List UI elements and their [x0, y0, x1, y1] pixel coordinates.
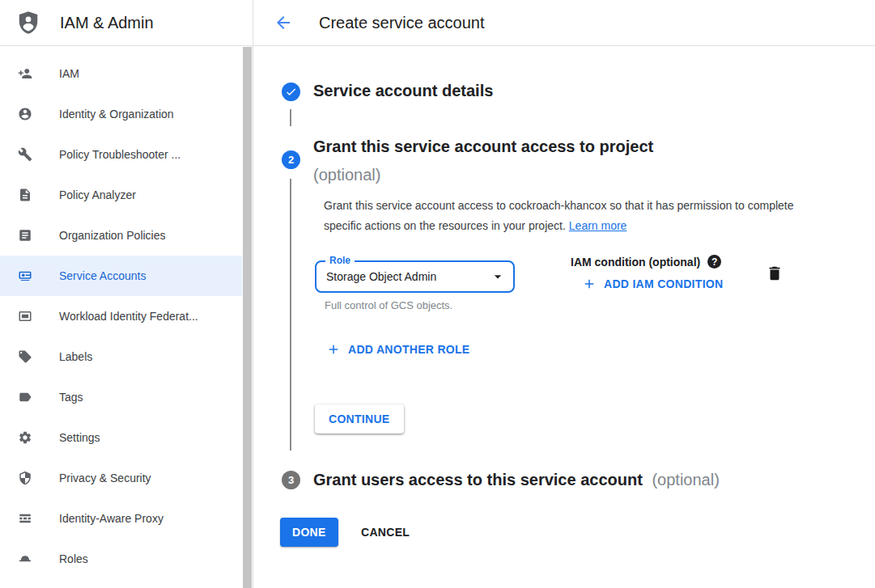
sidebar-item-workload-identity-federation[interactable]: Workload Identity Federat...	[0, 296, 242, 336]
sidebar-item-identity-organization[interactable]: Identity & Organization	[0, 94, 242, 134]
article-icon	[18, 228, 32, 243]
account-circle-icon	[18, 107, 32, 121]
back-arrow-icon[interactable]	[273, 12, 294, 33]
step2-description: Grant this service account access to coc…	[324, 196, 800, 236]
sidebar-item-label: IAM	[59, 67, 79, 80]
app-header: IAM & Admin Create service account	[0, 0, 875, 46]
sidebar-item-label: Workload Identity Federat...	[59, 310, 198, 323]
iam-condition-label: IAM condition (optional)	[571, 256, 700, 269]
label-tag-icon	[18, 349, 32, 364]
step3-number-badge: 3	[282, 471, 300, 489]
person-add-icon	[18, 66, 32, 81]
iam-condition-header: IAM condition (optional) ?	[571, 255, 721, 269]
add-another-role-button[interactable]: ADD ANOTHER ROLE	[326, 342, 470, 357]
sidebar-item-tags[interactable]: Tags	[0, 377, 242, 417]
document-icon	[18, 188, 32, 202]
sidebar-nav: IAM Identity & Organization Policy Troub…	[0, 46, 253, 588]
sidebar-item-service-accounts[interactable]: Service Accounts	[0, 256, 242, 296]
sidebar-item-label: Roles	[59, 552, 88, 565]
sidebar-item-label: Organization Policies	[59, 229, 166, 242]
wrench-icon	[18, 147, 32, 162]
service-account-badge-icon	[18, 269, 32, 283]
sidebar-item-iam[interactable]: IAM	[0, 53, 242, 94]
proxy-stripes-icon	[18, 511, 32, 526]
cancel-button[interactable]: CANCEL	[355, 518, 416, 547]
plus-icon	[326, 342, 341, 357]
sidebar-item-label: Settings	[59, 431, 100, 444]
sidebar-item-organization-policies[interactable]: Organization Policies	[0, 215, 242, 256]
step2-number: 2	[288, 154, 294, 166]
header-page-area: Create service account	[253, 0, 485, 45]
help-icon[interactable]: ?	[707, 255, 721, 269]
sidebar-item-label: Identity-Aware Proxy	[59, 512, 164, 525]
create-service-account-page: IAM & Admin Create service account IAM I…	[0, 0, 875, 588]
shield-half-icon	[18, 471, 32, 485]
step1-completed-check-icon	[282, 82, 300, 101]
sidebar-item-label: Privacy & Security	[59, 472, 151, 484]
step3-number: 3	[288, 474, 294, 486]
trash-icon[interactable]	[766, 264, 784, 282]
product-title: IAM & Admin	[60, 14, 154, 32]
sidebar-item-identity-aware-proxy[interactable]: Identity-Aware Proxy	[0, 498, 242, 539]
card-icon	[18, 309, 32, 324]
hat-icon	[18, 552, 32, 566]
sidebar-item-labels[interactable]: Labels	[0, 336, 242, 377]
role-select[interactable]: Role Storage Object Admin	[315, 260, 515, 293]
continue-button[interactable]: CONTINUE	[315, 404, 404, 434]
sidebar-item-policy-analyzer[interactable]: Policy Analyzer	[0, 175, 242, 215]
sidebar-item-roles[interactable]: Roles	[0, 539, 242, 579]
sidebar-item-label: Tags	[59, 391, 83, 404]
step1-title: Service account details	[313, 82, 493, 100]
plus-icon	[582, 277, 597, 291]
step-connector	[290, 109, 291, 126]
sidebar-scrollbar[interactable]	[243, 47, 252, 588]
step3-title-row: Grant users access to this service accou…	[313, 471, 720, 489]
add-another-role-label: ADD ANOTHER ROLE	[348, 343, 470, 356]
sidebar-item-privacy-security[interactable]: Privacy & Security	[0, 458, 242, 498]
add-iam-condition-label: ADD IAM CONDITION	[604, 277, 723, 290]
sidebar-item-policy-troubleshooter[interactable]: Policy Troubleshooter ...	[0, 134, 242, 175]
sidebar-item-settings[interactable]: Settings	[0, 417, 242, 458]
done-button[interactable]: DONE	[280, 518, 338, 547]
sidebar-item-label: Service Accounts	[59, 269, 146, 282]
header-product-area: IAM & Admin	[0, 0, 253, 45]
sidebar-item-label: Labels	[59, 350, 92, 363]
step2-optional-label: (optional)	[313, 166, 380, 184]
tag-arrow-icon	[18, 390, 32, 404]
step-connector	[290, 179, 291, 451]
step3-title: Grant users access to this service accou…	[313, 471, 643, 489]
chevron-down-icon	[490, 269, 506, 285]
gear-icon	[18, 430, 32, 445]
page-title: Create service account	[319, 14, 485, 32]
step3-optional-label: (optional)	[652, 471, 719, 489]
iam-admin-shield-icon	[16, 11, 40, 35]
add-iam-condition-button[interactable]: ADD IAM CONDITION	[582, 277, 723, 291]
sidebar-item-label: Policy Troubleshooter ...	[59, 148, 181, 161]
step2-title: Grant this service account access to pro…	[313, 137, 653, 156]
sidebar-item-label: Policy Analyzer	[59, 188, 136, 201]
sidebar-item-label: Identity & Organization	[59, 108, 174, 121]
role-helper-text: Full control of GCS objects.	[325, 299, 452, 311]
learn-more-link[interactable]: Learn more	[569, 219, 627, 232]
step2-number-badge: 2	[282, 150, 300, 169]
step2-description-text: Grant this service account access to coc…	[324, 199, 794, 232]
role-selected-value: Storage Object Admin	[326, 262, 436, 291]
